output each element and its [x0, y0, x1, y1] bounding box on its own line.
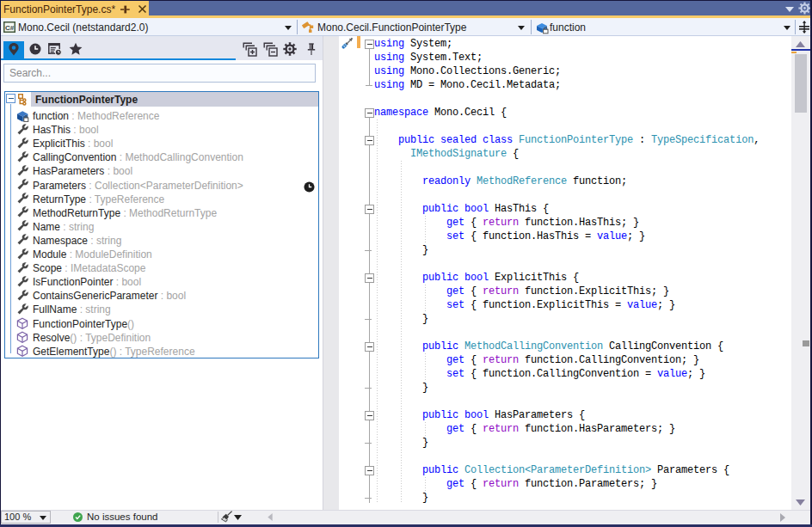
svg-text:C#: C# — [5, 24, 15, 32]
